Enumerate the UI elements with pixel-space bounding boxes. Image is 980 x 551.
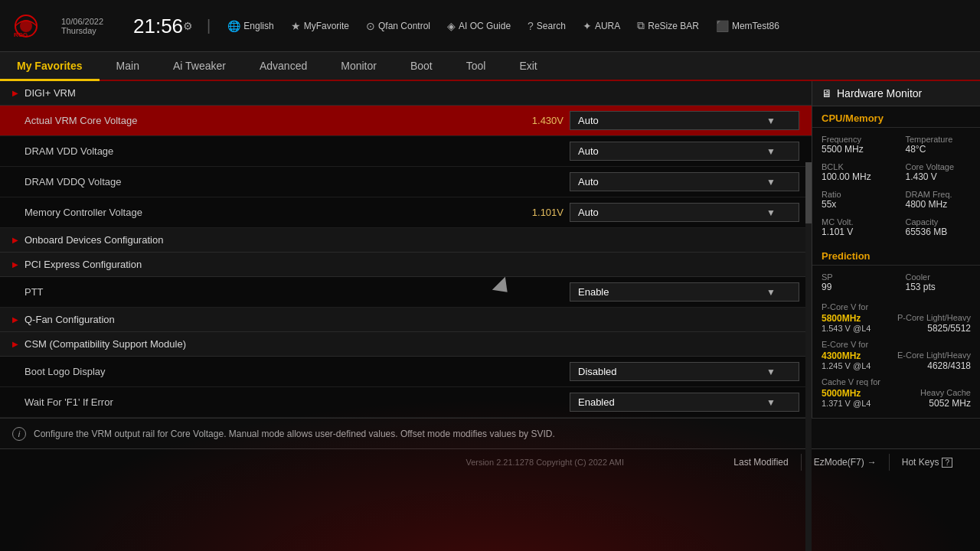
scrollbar-track[interactable] [805, 162, 812, 551]
dram-vdd-label: DRAM VDD Voltage [24, 145, 510, 157]
header-divider: | [207, 17, 211, 34]
vrm-core-dropdown-value: Auto [578, 115, 599, 126]
hw-cell-capacity: Capacity 65536 MB [897, 214, 981, 241]
memtest-icon: ⬛ [716, 20, 729, 32]
qfan-button[interactable]: ⊙ Qfan Control [363, 18, 433, 34]
aura-label: AURA [595, 21, 620, 31]
section-qfan[interactable]: ▶ Q-Fan Configuration [0, 308, 812, 332]
date-display: 10/06/2022 [61, 17, 122, 26]
resizebar-button[interactable]: ⧉ ReSize BAR [634, 18, 702, 34]
prediction-section: Prediction [812, 244, 980, 266]
cache-volt: 1.371 V @L4 [822, 399, 871, 408]
last-modified-label: Last Modified [733, 457, 788, 468]
pcore-freq: 5800MHz [822, 313, 861, 324]
memtest-label: MemTest86 [732, 21, 779, 31]
vrm-core-dropdown[interactable]: Auto ▼ [570, 111, 799, 130]
tab-tool[interactable]: Tool [449, 52, 503, 81]
dropdown-arrow-icon4: ▼ [766, 207, 776, 218]
datetime-display: 10/06/2022 Thursday [61, 17, 122, 35]
dropdown-arrow-icon2: ▼ [766, 146, 776, 157]
tab-boot[interactable]: Boot [394, 52, 449, 81]
mem-ctrl-label: Memory Controller Voltage [24, 207, 510, 218]
rog-logo: ROG [8, 12, 44, 40]
hw-monitor-title: 🖥 Hardware Monitor [812, 81, 980, 106]
navigation-bar: My Favorites Main Ai Tweaker Advanced Mo… [0, 52, 980, 81]
row-wait-f1[interactable]: Wait For 'F1' If Error Enabled ▼ [0, 387, 812, 418]
aura-button[interactable]: ✦ AURA [580, 18, 623, 34]
dropdown-arrow-boot: ▼ [766, 367, 776, 377]
footer-bar: Version 2.21.1278 Copyright (C) 2022 AMI… [0, 448, 980, 475]
myfavorite-button[interactable]: ★ MyFavorite [288, 18, 352, 34]
vrm-core-static-value: 1.430V [510, 115, 564, 126]
monitor-icon: 🖥 [822, 87, 832, 99]
hot-keys-button[interactable]: Hot Keys ? [890, 454, 965, 471]
boot-logo-dropdown[interactable]: Disabled ▼ [570, 362, 799, 381]
language-icon: 🌐 [227, 20, 240, 32]
row-dram-vddq[interactable]: DRAM VDDQ Voltage Auto ▼ [0, 167, 812, 197]
dram-vddq-dropdown[interactable]: Auto ▼ [570, 172, 799, 191]
arrow-icon: ▶ [12, 89, 18, 97]
vrm-core-label: Actual VRM Core Voltage [24, 115, 510, 126]
ecore-volt: 1.245 V @L4 [822, 361, 871, 370]
dram-vdd-dropdown[interactable]: Auto ▼ [570, 142, 799, 161]
time-display: 21:56 [133, 16, 183, 36]
memtest-button[interactable]: ⬛ MemTest86 [713, 18, 782, 34]
ptt-dropdown[interactable]: Enable ▼ [570, 282, 799, 302]
row-ptt[interactable]: PTT Enable ▼ [0, 277, 812, 308]
aioc-button[interactable]: ◈ AI OC Guide [444, 18, 514, 34]
section-digi-vrm[interactable]: ▶ DIGI+ VRM [0, 81, 812, 106]
wait-f1-value: Enabled [578, 396, 615, 408]
tab-exit[interactable]: Exit [502, 52, 554, 81]
scrollbar-thumb[interactable] [805, 162, 812, 223]
dropdown-arrow-icon: ▼ [766, 116, 776, 126]
section-csm[interactable]: ▶ CSM (Compatibility Support Module) [0, 332, 812, 357]
hardware-monitor-panel: 🖥 Hardware Monitor CPU/Memory Frequency … [812, 81, 980, 418]
pcore-volt: 1.543 V @L4 [822, 324, 871, 333]
section-onboard-label: Onboard Devices Configuration [24, 234, 163, 246]
hw-temp-value: 48°C [906, 144, 972, 155]
row-mem-ctrl[interactable]: Memory Controller Voltage 1.101V Auto ▼ [0, 197, 812, 228]
info-text: Configure the VRM output rail for Core V… [34, 429, 555, 439]
star-icon: ★ [291, 20, 301, 32]
myfavorite-label: MyFavorite [304, 21, 349, 31]
logo-area: ROG [8, 12, 44, 40]
fan-icon: ⊙ [366, 20, 375, 32]
section-pci[interactable]: ▶ PCI Express Configuration [0, 253, 812, 277]
hw-bclk-value: 100.00 MHz [822, 171, 887, 182]
search-button[interactable]: ? Search [524, 18, 569, 34]
pcore-row: P-Core V for 5800MHz 1.543 V @L4 P-Core … [812, 299, 980, 337]
footer-version: Version 2.21.1278 Copyright (C) 2022 AMI [368, 458, 721, 467]
section-onboard[interactable]: ▶ Onboard Devices Configuration [0, 228, 812, 253]
tab-aitweaker[interactable]: Ai Tweaker [156, 52, 243, 81]
gear-icon[interactable]: ⚙ [183, 20, 193, 32]
info-icon: i [12, 427, 26, 441]
settings-panel: ▶ DIGI+ VRM Actual VRM Core Voltage 1.43… [0, 81, 812, 418]
tab-advanced[interactable]: Advanced [243, 52, 324, 81]
tab-main[interactable]: Main [100, 52, 156, 81]
dropdown-arrow-f1: ▼ [766, 397, 776, 408]
language-button[interactable]: 🌐 English [224, 18, 276, 34]
last-modified-button[interactable]: Last Modified [721, 454, 801, 471]
tab-monitor[interactable]: Monitor [324, 52, 394, 81]
cache-lh: 5052 MHz [920, 398, 971, 409]
mem-ctrl-value: Auto [578, 207, 599, 218]
cache-row: Cache V req for 5000MHz 1.371 V @L4 Heav… [812, 374, 980, 412]
hw-cell-mcvolt: MC Volt. 1.101 V [812, 214, 897, 241]
dram-vddq-value: Auto [578, 176, 599, 187]
hw-cell-sp: SP 99 [812, 269, 897, 296]
hw-cell-temp: Temperature 48°C [897, 131, 981, 158]
mem-ctrl-dropdown[interactable]: Auto ▼ [570, 203, 799, 222]
tab-favorites[interactable]: My Favorites [0, 52, 100, 81]
ez-mode-arrow-icon: → [867, 457, 877, 468]
ez-mode-label: EzMode(F7) [814, 457, 864, 468]
ez-mode-button[interactable]: EzMode(F7) → [802, 454, 890, 471]
hot-keys-icon: ? [942, 458, 952, 468]
row-vrm-core-voltage[interactable]: Actual VRM Core Voltage 1.430V Auto ▼ [0, 106, 812, 136]
row-boot-logo[interactable]: Boot Logo Display Disabled ▼ [0, 357, 812, 387]
ptt-value: Enable [578, 286, 609, 298]
resizebar-label: ReSize BAR [648, 21, 699, 31]
wait-f1-dropdown[interactable]: Enabled ▼ [570, 393, 799, 412]
row-dram-vdd[interactable]: DRAM VDD Voltage Auto ▼ [0, 136, 812, 167]
hw-capacity-value: 65536 MB [906, 227, 972, 237]
day-display: Thursday [61, 26, 122, 35]
